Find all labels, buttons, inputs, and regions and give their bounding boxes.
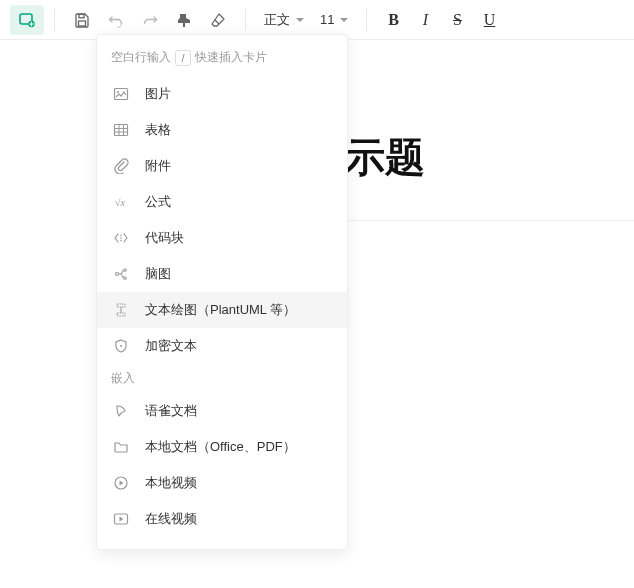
folder-icon (111, 437, 131, 457)
menu-item-table[interactable]: 表格 (97, 112, 347, 148)
svg-rect-3 (79, 21, 86, 26)
mindmap-icon (111, 264, 131, 284)
font-size-select[interactable]: 11 (312, 5, 356, 35)
video-icon (111, 473, 131, 493)
menu-item-yuque-doc[interactable]: 语雀文档 (97, 393, 347, 429)
svg-rect-15 (117, 313, 125, 316)
menu-label: 加密文本 (145, 337, 333, 355)
svg-point-11 (116, 273, 119, 276)
insert-card-button[interactable] (10, 5, 44, 35)
attachment-icon (111, 156, 131, 176)
chevron-down-icon (296, 18, 304, 22)
chevron-down-icon (340, 18, 348, 22)
menu-item-mindmap[interactable]: 脑图 (97, 256, 347, 292)
toolbar-group-insert (4, 0, 50, 39)
bold-button[interactable]: B (377, 5, 409, 35)
yuque-icon (111, 401, 131, 421)
format-painter-button[interactable] (167, 5, 201, 35)
menu-label: 代码块 (145, 229, 333, 247)
menu-label: 本地视频 (145, 474, 333, 492)
menu-label: 语雀文档 (145, 402, 333, 420)
menu-label: 附件 (145, 157, 333, 175)
svg-point-16 (120, 345, 122, 347)
menu-label: 脑图 (145, 265, 333, 283)
text-diagram-icon (111, 300, 131, 320)
svg-point-13 (124, 277, 127, 280)
menu-item-local-doc[interactable]: 本地文档（Office、PDF） (97, 429, 347, 465)
menu-item-text-diagram[interactable]: 文本绘图（PlantUML 等） (97, 292, 347, 328)
text-style-label: 正文 (264, 11, 290, 29)
insert-card-dropdown: 空白行输入 / 快速插入卡片 图片 表格 附件 √x 公式 代码块 (96, 34, 348, 550)
menu-item-online-video[interactable]: 在线视频 (97, 501, 347, 537)
undo-icon (108, 12, 124, 28)
font-size-value: 11 (320, 12, 334, 27)
menu-label: 表格 (145, 121, 333, 139)
menu-label: 公式 (145, 193, 333, 211)
menu-label: 本地文档（Office、PDF） (145, 438, 333, 456)
online-video-icon (111, 509, 131, 529)
menu-item-formula[interactable]: √x 公式 (97, 184, 347, 220)
toolbar-separator (245, 9, 246, 31)
code-icon (111, 228, 131, 248)
svg-point-5 (117, 91, 119, 93)
menu-item-image[interactable]: 图片 (97, 76, 347, 112)
toolbar-separator (54, 9, 55, 31)
menu-item-encrypted-text[interactable]: 加密文本 (97, 328, 347, 364)
clear-format-button[interactable] (201, 5, 235, 35)
insert-card-icon (18, 11, 36, 29)
underline-button[interactable]: U (473, 5, 505, 35)
toolbar-group-format: B I S U (371, 0, 511, 39)
menu-label: 在线视频 (145, 510, 333, 528)
redo-icon (142, 12, 158, 28)
italic-button[interactable]: I (409, 5, 441, 35)
dropdown-section-embed: 嵌入 (97, 364, 347, 393)
title-separator (345, 220, 634, 221)
format-painter-icon (176, 12, 192, 28)
hint-prefix: 空白行输入 (111, 49, 171, 66)
menu-item-local-video[interactable]: 本地视频 (97, 465, 347, 501)
redo-button[interactable] (133, 5, 167, 35)
svg-point-8 (120, 235, 122, 237)
toolbar-separator (366, 9, 367, 31)
menu-label: 文本绘图（PlantUML 等） (145, 301, 333, 319)
strikethrough-button[interactable]: S (441, 5, 473, 35)
menu-label: 图片 (145, 85, 333, 103)
svg-text:√x: √x (115, 197, 125, 208)
save-icon (74, 12, 90, 28)
svg-point-12 (124, 269, 127, 272)
eraser-icon (210, 12, 226, 28)
menu-item-attachment[interactable]: 附件 (97, 148, 347, 184)
undo-button[interactable] (99, 5, 133, 35)
formula-icon: √x (111, 192, 131, 212)
svg-rect-14 (117, 304, 125, 307)
svg-point-10 (120, 240, 122, 242)
document-title-fragment: 示题 (345, 130, 425, 185)
svg-rect-6 (115, 125, 128, 136)
menu-item-codeblock[interactable]: 代码块 (97, 220, 347, 256)
save-button[interactable] (65, 5, 99, 35)
hint-suffix: 快速插入卡片 (195, 49, 267, 66)
slash-key-icon: / (175, 50, 191, 66)
svg-rect-2 (79, 14, 84, 17)
table-icon (111, 120, 131, 140)
image-icon (111, 84, 131, 104)
dropdown-hint: 空白行输入 / 快速插入卡片 (97, 43, 347, 76)
text-style-select[interactable]: 正文 (256, 5, 312, 35)
svg-point-9 (120, 237, 122, 239)
shield-icon (111, 336, 131, 356)
